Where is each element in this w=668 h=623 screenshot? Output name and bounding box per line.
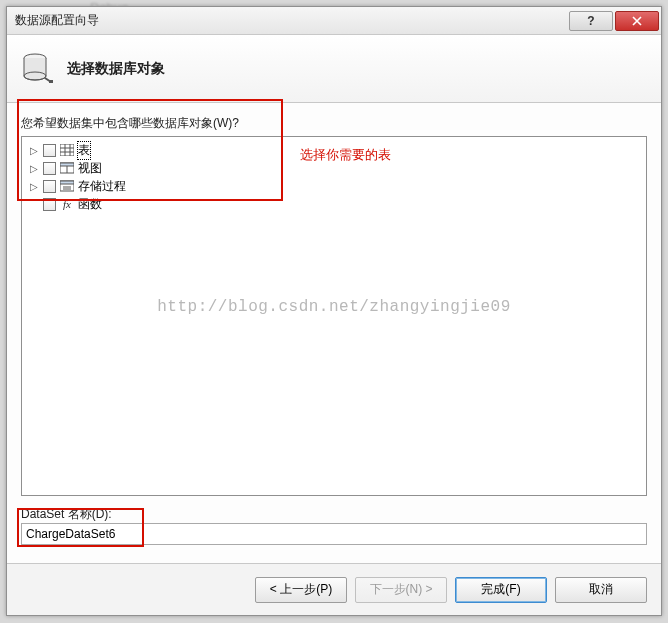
database-icon xyxy=(21,52,53,86)
svg-rect-12 xyxy=(60,181,74,184)
tree-node[interactable]: fx函数 xyxy=(28,195,640,213)
help-icon: ? xyxy=(587,14,594,28)
svg-rect-2 xyxy=(49,80,53,83)
function-fx-icon: fx xyxy=(60,198,74,210)
title-bar: 数据源配置向导 ? xyxy=(7,7,661,35)
finish-button[interactable]: 完成(F) xyxy=(455,577,547,603)
wizard-header: 选择数据库对象 xyxy=(7,35,661,103)
tree-label: 函数 xyxy=(78,196,102,213)
tree-label: 存储过程 xyxy=(78,178,126,195)
svg-rect-3 xyxy=(60,144,74,156)
tree-label: 表 xyxy=(78,142,90,159)
window-title: 数据源配置向导 xyxy=(15,12,569,29)
close-button[interactable] xyxy=(615,11,659,31)
cancel-button[interactable]: 取消 xyxy=(555,577,647,603)
tree-node[interactable]: ▷视图 xyxy=(28,159,640,177)
wizard-window: 数据源配置向导 ? 选择数据库对象 您希望数据集中包含哪些数据库对象(W)? ▷… xyxy=(6,6,662,616)
page-title: 选择数据库对象 xyxy=(67,60,165,78)
next-button: 下一步(N) > xyxy=(355,577,447,603)
tree-checkbox[interactable] xyxy=(43,180,56,193)
tree-checkbox[interactable] xyxy=(43,144,56,157)
button-bar: < 上一步(P) 下一步(N) > 完成(F) 取消 xyxy=(7,563,661,615)
tree-checkbox[interactable] xyxy=(43,162,56,175)
prompt-label: 您希望数据集中包含哪些数据库对象(W)? xyxy=(21,115,647,132)
dataset-name-label: DataSet 名称(D): xyxy=(21,506,647,523)
tree-node[interactable]: ▷表 xyxy=(28,141,640,159)
help-button[interactable]: ? xyxy=(569,11,613,31)
close-icon xyxy=(632,16,642,26)
prev-button[interactable]: < 上一步(P) xyxy=(255,577,347,603)
view-icon xyxy=(60,162,74,174)
tree-label: 视图 xyxy=(78,160,102,177)
content-area: 您希望数据集中包含哪些数据库对象(W)? ▷表▷视图▷存储过程fx函数 http… xyxy=(7,103,661,563)
svg-rect-9 xyxy=(60,163,74,166)
dataset-name-input[interactable] xyxy=(21,523,647,545)
expand-icon[interactable]: ▷ xyxy=(28,163,39,174)
stored-proc-icon xyxy=(60,180,74,192)
watermark-text: http://blog.csdn.net/zhangyingjie09 xyxy=(22,298,646,316)
expand-icon[interactable]: ▷ xyxy=(28,181,39,192)
expand-icon[interactable]: ▷ xyxy=(28,145,39,156)
tree-node[interactable]: ▷存储过程 xyxy=(28,177,640,195)
table-grid-icon xyxy=(60,144,74,156)
objects-tree[interactable]: ▷表▷视图▷存储过程fx函数 http://blog.csdn.net/zhan… xyxy=(21,136,647,496)
tree-checkbox[interactable] xyxy=(43,198,56,211)
